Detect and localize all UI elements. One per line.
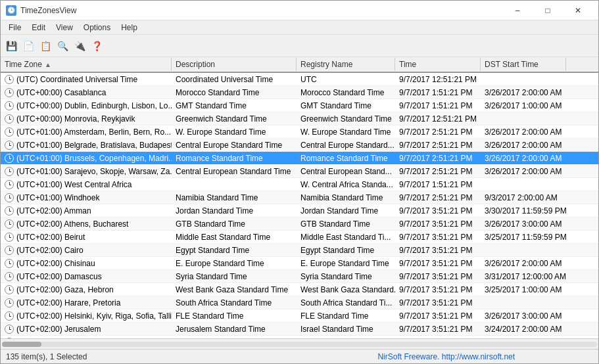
status-count: 135 item(s), 1 Selected	[6, 352, 300, 361]
table-cell: Middle East Standard Ti...	[297, 232, 395, 242]
table-cell: (UTC+00:00) Monrovia, Reykjavik	[1, 114, 172, 124]
menu-view[interactable]: View	[51, 22, 78, 34]
table-cell: E. Europe Standard Time	[172, 258, 297, 269]
table-row[interactable]: (UTC+02:00) AmmanJordan Standard TimeJor…	[1, 204, 598, 217]
table-cell: 9/7/2017 12:51:21 PM	[395, 114, 481, 124]
table-cell: GTB Standard Time	[297, 219, 395, 229]
menu-edit[interactable]: Edit	[26, 22, 51, 34]
toolbar-search[interactable]: 🔍	[55, 38, 70, 54]
table-cell: 3/24/2017 2:00:00 AM	[481, 324, 566, 334]
toolbar-help[interactable]: ❓	[89, 38, 105, 54]
table-cell: (UTC+01:00) Belgrade, Bratislava, Budape…	[1, 140, 172, 150]
table-cell: Namibia Standard Time	[172, 193, 297, 203]
clock-icon	[5, 325, 14, 334]
table-row[interactable]: (UTC+02:00) BeirutMiddle East Standard T…	[1, 231, 598, 244]
table-cell: 3/31/2017 12:00:00 AM	[481, 271, 566, 282]
table-cell: 9/7/2017 2:51:21 PM	[395, 127, 481, 137]
table-cell: 3/26/2017 2:00:00 AM	[481, 140, 566, 150]
table-cell: UTC	[297, 74, 395, 85]
col-header-description[interactable]: Description	[172, 58, 297, 71]
table-row[interactable]: (UTC+00:00) Dublin, Edinburgh, Lisbon, L…	[1, 99, 598, 112]
table-cell: GMT Standard Time	[172, 101, 297, 111]
table-cell: Central European Standard Time	[172, 166, 297, 177]
menu-options[interactable]: Options	[78, 22, 116, 34]
table-cell: Syria Standard Time	[172, 271, 297, 282]
table-row[interactable]: (UTC+02:00) Harare, PretoriaSouth Africa…	[1, 296, 598, 309]
maximize-button[interactable]: □	[533, 1, 563, 20]
table-cell: Morocco Standard Time	[297, 87, 395, 98]
sort-arrow-icon: ▲	[45, 61, 51, 68]
table-cell	[481, 250, 566, 251]
clock-icon	[5, 154, 14, 163]
table-cell: 3/26/2017 2:00:00 AM	[481, 258, 566, 269]
table-cell: Romance Standard Time	[297, 153, 395, 164]
clock-icon	[5, 167, 14, 176]
minimize-button[interactable]: –	[502, 1, 533, 20]
toolbar-new[interactable]: 📄	[20, 38, 36, 54]
table-cell: 9/7/2017 2:51:21 PM	[395, 166, 481, 177]
table-cell	[172, 184, 297, 185]
table-cell: 9/7/2017 3:51:21 PM	[395, 232, 481, 242]
col-registry-label: Registry Name	[300, 60, 352, 69]
col-desc-label: Description	[176, 60, 215, 69]
scrollbar-thumb[interactable]	[2, 342, 41, 347]
app-icon: 🕒	[6, 5, 16, 16]
table-row[interactable]: (UTC+02:00) DamascusSyria Standard TimeS…	[1, 270, 598, 283]
table-body: (UTC) Coordinated Universal TimeCoordina…	[1, 73, 598, 338]
window-controls: – □ ✕	[502, 1, 593, 20]
main-window: 🕒 TimeZonesView – □ ✕ File Edit View Opt…	[0, 0, 599, 364]
table-row[interactable]: (UTC+01:00) WindhoekNamibia Standard Tim…	[1, 191, 598, 204]
table-cell: 3/26/2017 2:00:00 AM	[481, 87, 566, 98]
table-cell: 9/7/2017 3:51:21 PM	[395, 298, 481, 308]
menu-file[interactable]: File	[3, 22, 26, 34]
table-row[interactable]: (UTC+02:00) Gaza, HebronWest Bank Gaza S…	[1, 283, 598, 296]
col-dst-label: DST Start Time	[485, 60, 539, 69]
table-row[interactable]: (UTC) Coordinated Universal TimeCoordina…	[1, 73, 598, 86]
close-button[interactable]: ✕	[563, 1, 593, 20]
table-cell: 9/7/2017 3:51:21 PM	[395, 324, 481, 334]
table-cell: 3/26/2017 2:00:00 AM	[481, 166, 566, 177]
toolbar: 💾 📄 📋 🔍 🔌 ❓	[1, 35, 598, 57]
col-header-registry[interactable]: Registry Name	[297, 58, 395, 71]
table-row[interactable]: (UTC+02:00) CairoEgypt Standard TimeEgyp…	[1, 244, 598, 257]
table-row[interactable]: (UTC+01:00) Amsterdam, Berlin, Bern, Ro.…	[1, 125, 598, 139]
table-row[interactable]: (UTC+02:00) Helsinki, Kyiv, Riga, Sofia,…	[1, 309, 598, 323]
table-row[interactable]: (UTC+02:00) ChisinauE. Europe Standard T…	[1, 257, 598, 270]
table-row[interactable]: (UTC+02:00) Athens, BucharestGTB Standar…	[1, 217, 598, 231]
table-row[interactable]: (UTC+01:00) Brussels, Copenhagen, Madri.…	[1, 152, 598, 165]
table-cell: 9/7/2017 3:51:21 PM	[395, 219, 481, 229]
col-header-timezone[interactable]: Time Zone ▲	[1, 58, 172, 71]
table-cell: Central European Stand...	[297, 166, 395, 177]
toolbar-copy[interactable]: 📋	[37, 38, 53, 54]
table-row[interactable]: (UTC+01:00) West Central AfricaW. Centra…	[1, 178, 598, 191]
table-row[interactable]: (UTC+01:00) Sarajevo, Skopje, Warsaw, Za…	[1, 165, 598, 178]
menu-bar: File Edit View Options Help	[1, 20, 598, 35]
table-cell: 3/26/2017 1:00:00 AM	[481, 101, 566, 111]
col-header-time[interactable]: Time	[395, 58, 481, 71]
table-cell: Syria Standard Time	[297, 271, 395, 282]
horizontal-scrollbar[interactable]	[1, 338, 598, 349]
table-cell: Coordinated Universal Time	[172, 74, 297, 85]
table-cell: 3/30/2017 11:59:59 PM	[481, 206, 566, 216]
clock-icon	[5, 75, 14, 84]
table-row[interactable]: (UTC+00:00) Monrovia, ReykjavikGreenwich…	[1, 112, 598, 125]
table-cell: (UTC+02:00) Cairo	[1, 245, 172, 256]
table-cell: 3/26/2017 3:00:00 AM	[481, 311, 566, 321]
table-cell: 9/7/2017 1:51:21 PM	[395, 101, 481, 111]
col-header-dst[interactable]: DST Start Time	[481, 58, 566, 71]
menu-help[interactable]: Help	[116, 22, 143, 34]
toolbar-connect[interactable]: 🔌	[72, 38, 87, 54]
table-cell: 9/7/2017 1:51:21 PM	[395, 87, 481, 98]
clock-icon	[5, 88, 14, 97]
table-cell: 9/7/2017 3:51:21 PM	[395, 245, 481, 256]
table-cell: 9/7/2017 3:51:21 PM	[395, 311, 481, 321]
table-header: Time Zone ▲ Description Registry Name Ti…	[1, 57, 598, 73]
table-cell: 9/7/2017 1:51:21 PM	[395, 179, 481, 190]
table-cell: (UTC+01:00) Sarajevo, Skopje, Warsaw, Za…	[1, 166, 172, 177]
table-row[interactable]: (UTC+00:00) CasablancaMorocco Standard T…	[1, 86, 598, 99]
table-row[interactable]: (UTC+01:00) Belgrade, Bratislava, Budape…	[1, 139, 598, 152]
table-container: Time Zone ▲ Description Registry Name Ti…	[1, 57, 598, 338]
table-row[interactable]: (UTC+02:00) JerusalemJerusalem Standard …	[1, 323, 598, 336]
toolbar-save[interactable]: 💾	[3, 38, 19, 54]
table-cell: (UTC+02:00) Harare, Pretoria	[1, 298, 172, 308]
